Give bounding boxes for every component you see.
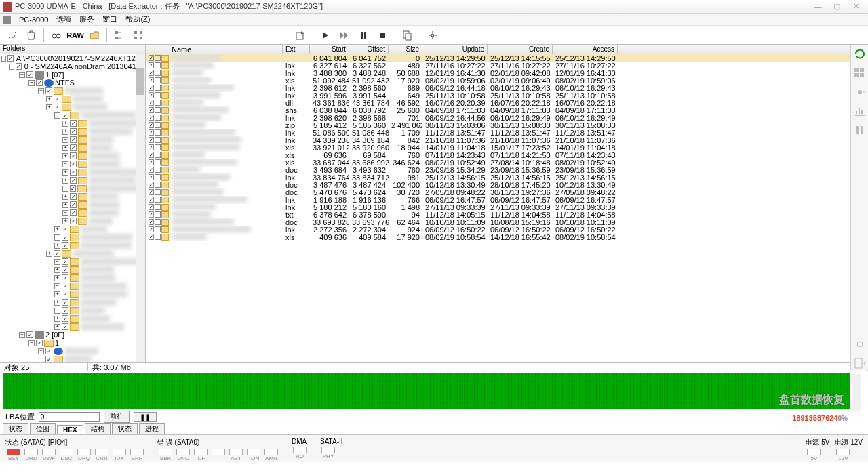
table-row[interactable]: ✓xls33 921 01233 920 96018 94414/01/19 1… <box>146 144 868 151</box>
tree-item[interactable]: +✓ <box>0 168 145 176</box>
trash-icon[interactable] <box>23 28 39 43</box>
checkbox[interactable]: ✓ <box>70 144 77 151</box>
skip-icon[interactable] <box>336 28 353 43</box>
checkbox[interactable]: ✓ <box>45 356 52 362</box>
folder-up-icon[interactable] <box>86 28 102 43</box>
tree-item[interactable]: ✓ <box>0 355 145 362</box>
expand-icon[interactable]: + <box>54 275 60 281</box>
table-row[interactable]: ✓6 041 8046 041 752025/12/13 14:29:5025/… <box>146 54 868 62</box>
table-row[interactable]: ✓lnk51 086 50051 086 4481 70911/12/18 13… <box>146 129 868 136</box>
row-checkbox2[interactable] <box>155 92 160 98</box>
tree-item[interactable]: −✓ <box>0 136 145 144</box>
rail-grid-icon[interactable] <box>853 66 867 80</box>
row-checkbox2[interactable] <box>155 174 160 180</box>
tree-item[interactable]: +✓ <box>0 241 145 249</box>
row-checkbox[interactable]: ✓ <box>149 219 154 225</box>
tree-item[interactable]: −✓ <box>0 209 145 217</box>
row-checkbox2[interactable] <box>155 197 160 203</box>
tree-item[interactable]: −✓ <box>0 111 145 119</box>
table-row[interactable]: ✓xls33 687 04433 686 992346 62408/02/19 … <box>146 159 868 166</box>
checkbox[interactable]: ✓ <box>62 112 68 119</box>
checkbox[interactable]: ✓ <box>62 258 68 265</box>
tree-partition-1[interactable]: −✓1 [07] <box>0 70 145 79</box>
checkbox[interactable]: ✓ <box>62 291 68 297</box>
lba-pause-button[interactable]: ❚❚ <box>134 412 157 422</box>
expand-icon[interactable]: − <box>62 161 68 167</box>
checkbox[interactable]: ✓ <box>62 242 68 249</box>
expand-icon[interactable]: − <box>54 112 60 119</box>
copy-icon[interactable] <box>399 28 416 43</box>
row-checkbox[interactable]: ✓ <box>149 167 154 173</box>
row-checkbox2[interactable] <box>155 211 160 218</box>
table-row[interactable]: ✓lnk3 488 3003 488 24850 68812/01/19 16:… <box>146 69 868 77</box>
table-row[interactable]: ✓doc3 487 4763 487 424102 40010/12/18 13… <box>146 181 868 188</box>
checkbox[interactable]: ✓ <box>26 331 33 338</box>
expand-icon[interactable]: − <box>54 308 60 314</box>
row-checkbox2[interactable] <box>155 62 160 68</box>
rail-link-icon[interactable] <box>853 337 867 351</box>
checkbox[interactable]: ✓ <box>54 250 60 257</box>
minimize-button[interactable]: — <box>808 1 827 13</box>
tab-状态[interactable]: 状态 <box>3 423 28 434</box>
row-checkbox[interactable]: ✓ <box>149 189 154 195</box>
col-update[interactable]: Update <box>422 45 488 54</box>
expand-icon[interactable]: + <box>54 267 60 273</box>
checkbox[interactable]: ✓ <box>62 266 68 273</box>
row-checkbox[interactable]: ✓ <box>149 115 154 121</box>
tree-ntfs[interactable]: −✓NTFS <box>0 79 145 87</box>
tree-drive[interactable]: −✓0 - SM2246AA nonDram 20130411 S/N:(03)… <box>0 62 145 70</box>
close-button[interactable]: ✕ <box>846 1 865 13</box>
expand-icon[interactable]: − <box>38 88 44 94</box>
expand-icon[interactable]: + <box>62 178 68 184</box>
row-checkbox2[interactable] <box>155 107 160 113</box>
tree-item[interactable]: −✓ <box>0 306 145 314</box>
row-checkbox[interactable]: ✓ <box>149 85 154 91</box>
checkbox[interactable]: ✓ <box>70 185 77 192</box>
tree-item[interactable]: +✓ <box>0 266 145 274</box>
table-row[interactable]: ✓lnk33 834 76433 834 71298125/12/13 14:5… <box>146 173 868 181</box>
row-checkbox2[interactable] <box>155 226 160 232</box>
rail-exit-icon[interactable] <box>853 356 867 370</box>
menu-help[interactable]: 帮助(Z) <box>125 14 150 24</box>
row-checkbox[interactable]: ✓ <box>149 77 154 83</box>
checkbox[interactable]: ✓ <box>7 55 14 62</box>
row-checkbox[interactable]: ✓ <box>149 159 154 165</box>
checkbox[interactable]: ✓ <box>62 283 68 289</box>
tree-partition-2[interactable]: −✓2 [0F] <box>0 331 145 339</box>
map-scrollbar[interactable] <box>852 374 861 411</box>
row-checkbox[interactable]: ✓ <box>149 70 154 76</box>
grid-body[interactable]: ✓6 041 8046 041 752025/12/13 14:29:5025/… <box>146 54 868 362</box>
checkbox[interactable]: ✓ <box>70 177 77 184</box>
table-row[interactable]: ✓shs6 038 8446 038 79225 60004/09/18 17:… <box>146 106 868 114</box>
tree-collapse-icon[interactable] <box>111 28 127 43</box>
col-size[interactable]: Size <box>389 45 422 54</box>
menu-options[interactable]: 选项 <box>56 14 71 24</box>
expand-icon[interactable]: + <box>62 145 68 151</box>
expand-icon[interactable]: + <box>62 194 68 200</box>
table-row[interactable]: ✓txt6 378 6426 378 5909411/12/18 14:05:1… <box>146 211 868 218</box>
checkbox[interactable]: ✓ <box>16 63 22 70</box>
table-row[interactable]: ✓doc33 693 82833 693 77662 46410/10/18 1… <box>146 218 868 226</box>
row-checkbox2[interactable] <box>155 167 160 173</box>
table-row[interactable]: ✓lnk34 309 23634 309 18484221/10/18 11:0… <box>146 136 868 144</box>
menu-window[interactable]: 窗口 <box>102 14 117 24</box>
pause-icon[interactable] <box>355 28 372 43</box>
tree-item[interactable]: −✓ <box>0 87 145 95</box>
tree-item[interactable]: +✓ <box>0 298 145 306</box>
tree-root[interactable]: −✓A:\PC3000\20190217-SM2246XT120G\ <box>0 54 145 62</box>
checkbox[interactable]: ✓ <box>62 226 68 232</box>
checkbox[interactable]: ✓ <box>70 161 77 167</box>
expand-icon[interactable]: + <box>46 96 52 102</box>
row-checkbox[interactable]: ✓ <box>149 137 154 143</box>
row-checkbox[interactable]: ✓ <box>149 226 154 232</box>
table-row[interactable]: ✓xls69 63669 58476007/11/18 14:23:4307/1… <box>146 151 868 159</box>
table-row[interactable]: ✓xls409 636409 58417 92008/02/19 10:58:5… <box>146 233 868 241</box>
export-icon[interactable] <box>292 28 309 43</box>
row-checkbox[interactable]: ✓ <box>149 100 154 106</box>
expand-icon[interactable]: − <box>62 186 68 192</box>
tree-item[interactable]: −✓ <box>0 233 145 241</box>
row-checkbox2[interactable] <box>155 55 160 61</box>
expand-icon[interactable]: − <box>9 64 14 70</box>
checkbox[interactable]: ✓ <box>70 128 77 135</box>
folder-tree[interactable]: −✓A:\PC3000\20190217-SM2246XT120G\ −✓0 -… <box>0 54 145 362</box>
